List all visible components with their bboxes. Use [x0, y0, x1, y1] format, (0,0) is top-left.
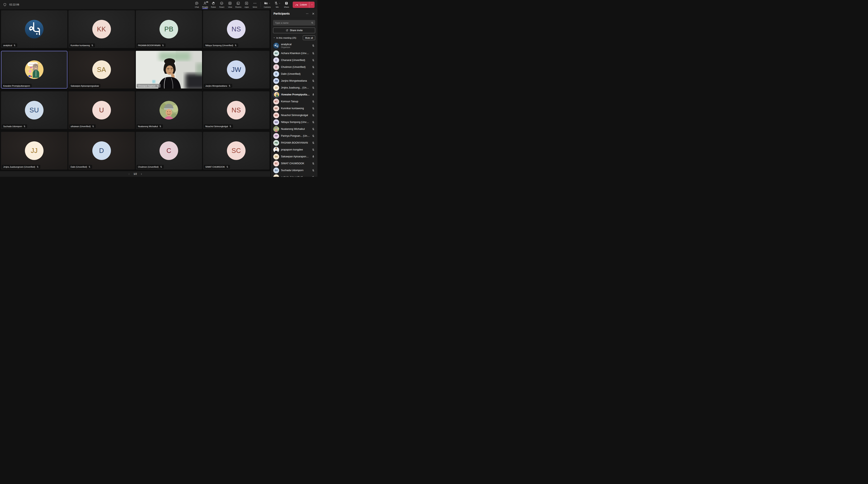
panel-close-icon[interactable] — [312, 12, 315, 15]
video-tile-analytical[interactable]: analytical — [1, 10, 67, 48]
mic-on-icon[interactable] — [312, 155, 315, 158]
video-tile-pasama[interactable]: PB PASAMA BOONYANAN — [136, 10, 202, 48]
video-tile-kewalee-active[interactable]: Kewalee Prompiputtanaporn — [1, 51, 67, 89]
participant-row-nisachol[interactable]: NS Nisachol Sirimongkolgal — [271, 112, 317, 119]
participant-row-kunnikar[interactable]: KK Kunnikar kuntawong — [271, 105, 317, 112]
participant-row-achara[interactable]: AK Achara Khamkon (Unverified) — [271, 50, 317, 57]
toolbar-chat-button[interactable]: Chat — [193, 0, 201, 9]
mic-off-icon[interactable] — [312, 44, 315, 47]
participant-search-box[interactable] — [273, 20, 315, 26]
mic-off-icon[interactable] — [312, 107, 315, 110]
video-tile-chutimon[interactable]: C Chutimon (Unverified) — [136, 132, 202, 170]
participant-row-suchada[interactable]: SU Suchada Udomporn — [271, 167, 317, 174]
avatar: JJ — [273, 85, 279, 91]
participant-list[interactable]: analytical Organizer AK Achara Khamkon (… — [271, 41, 317, 177]
mic-off-icon[interactable] — [312, 148, 315, 151]
mic-off-icon[interactable] — [312, 141, 315, 144]
video-tile-suchada[interactable]: SU Suchada Udomporn — [1, 91, 67, 129]
participant-row-jrnjira[interactable]: JJ Jrnjira Juadsung... (Unverified) — [271, 84, 317, 91]
caret-down-icon[interactable] — [273, 37, 275, 39]
mic-off-icon[interactable] — [312, 162, 315, 165]
camera-options-chevron-icon[interactable] — [269, 2, 271, 4]
mic-off-icon — [274, 1, 278, 5]
participant-row-kewalee[interactable]: Kewalee Prompiputtanaporn — [271, 91, 317, 98]
mute-all-button[interactable]: Mute all — [303, 35, 315, 40]
next-page-chevron-icon[interactable] — [140, 173, 143, 175]
video-tile-nittaya[interactable]: NS Nittaya Sompong (Unverified) — [203, 10, 270, 48]
toolbar-label: People — [202, 6, 208, 8]
leave-options-chevron-icon[interactable] — [309, 4, 315, 6]
mic-off-icon[interactable] — [312, 169, 315, 172]
participant-row-nittaya[interactable]: NS Nittaya Sompong (Unverified) — [271, 119, 317, 126]
participant-name: suthida (Unverified) — [281, 176, 310, 177]
mic-off-icon[interactable] — [312, 134, 315, 138]
participant-row-siwat[interactable]: SC SIWAT CHUMSOOK — [271, 160, 317, 167]
mic-off-icon[interactable] — [312, 114, 315, 117]
nualanong-photo-avatar — [273, 126, 279, 132]
mic-off-icon[interactable] — [312, 176, 315, 177]
toolbar-camera-button[interactable]: Camera — [262, 0, 272, 9]
avatar — [273, 43, 279, 49]
toolbar-share-button[interactable]: Share — [282, 0, 291, 9]
participant-row-chutimon[interactable]: C Chutimon (Unverified) — [271, 64, 317, 70]
mic-off-icon — [23, 125, 26, 128]
participant-row-analytical[interactable]: analytical Organizer — [271, 41, 317, 50]
participant-row-suthida-partial[interactable]: S suthida (Unverified) — [271, 174, 317, 177]
avatar — [25, 60, 43, 79]
leave-button[interactable]: Leave — [293, 2, 315, 8]
video-tile-vimonpon[interactable]: Vimonpon Sophon — [136, 51, 202, 89]
mic-off-icon[interactable] — [312, 128, 315, 131]
video-tile-siwat[interactable]: SC SIWAT CHUMSOOK — [203, 132, 270, 170]
mic-off-icon[interactable] — [312, 100, 315, 103]
in-meeting-section-header: In this meeting (25) Mute all — [273, 35, 315, 40]
mic-off-icon[interactable] — [312, 80, 315, 83]
mic-options-chevron-icon[interactable] — [279, 2, 281, 4]
participant-row-nualanong[interactable]: Nualanong Wichaikul — [271, 126, 317, 132]
mic-off-icon[interactable] — [312, 59, 315, 62]
panel-more-dots-icon[interactable] — [306, 12, 309, 15]
mic-off-icon[interactable] — [312, 86, 315, 89]
mic-off-icon[interactable] — [312, 66, 315, 69]
participant-row-dalin[interactable]: D Dalin (Unverified) — [271, 70, 317, 78]
avatar: SC — [273, 160, 279, 167]
toolbar-raise-button[interactable]: Raise — [209, 0, 218, 9]
participant-row-sakawpan[interactable]: SA Sakawpan Apisarapongsakaw — [271, 153, 317, 160]
toolbar-rooms-button[interactable]: Rooms — [234, 0, 243, 9]
search-input[interactable] — [275, 22, 310, 24]
toolbar-people-button[interactable]: 25 People — [201, 0, 209, 9]
video-tile-nualanong[interactable]: Nualanong Wichaikul — [136, 91, 202, 129]
toolbar-view-button[interactable]: View — [226, 0, 234, 9]
toolbar-react-button[interactable]: React — [218, 0, 226, 9]
name-pill: uthaiwan (Unverified) — [69, 124, 96, 128]
toolbar-more-button[interactable]: More — [251, 0, 259, 9]
avatar: SA — [92, 60, 111, 79]
participant-row-prapaporn[interactable]: prapaporn kongdee — [271, 146, 317, 153]
mic-off-icon[interactable] — [312, 72, 315, 75]
tile-name: Janjira Wongwiwattana — [205, 85, 227, 87]
participant-row-komsun[interactable]: KT Komsun Taisup — [271, 98, 317, 105]
avatar-initials: NS — [231, 106, 241, 114]
mic-on-icon[interactable] — [312, 93, 315, 96]
toolbar-apps-button[interactable]: Apps — [243, 0, 251, 9]
video-tile-sakawpan[interactable]: SA Sakawpan Apisarapongsakaw — [68, 51, 135, 89]
previous-page-chevron-icon[interactable] — [128, 173, 130, 175]
avatar — [25, 20, 43, 38]
video-tile-janjira[interactable]: JW Janjira Wongwiwattana — [203, 51, 270, 89]
video-tile-uthaiwan[interactable]: U uthaiwan (Unverified) — [68, 91, 135, 129]
video-tile-jrnjira[interactable]: JJ Jrnjira Juadsungnoen (Unverified) — [1, 132, 67, 170]
participant-row-pasama[interactable]: PB PASAMA BOONYANAN — [271, 139, 317, 146]
participant-name: PASAMA BOONYANAN — [281, 141, 310, 144]
name-pill: Janjira Wongwiwattana — [204, 84, 232, 88]
participant-row-parinya[interactable]: PP Parinya Pongsan... (Unverified) — [271, 132, 317, 139]
video-tile-dalin[interactable]: D Dalin (Unverified) — [68, 132, 135, 170]
mic-off-icon[interactable] — [312, 121, 315, 124]
share-invite-button[interactable]: Share invite — [273, 28, 315, 33]
video-tile-nisachol[interactable]: NS Nisachol Sirimongkolgal — [203, 91, 270, 129]
tile-name: Chutimon (Unverified) — [138, 165, 159, 168]
participant-row-chanarat[interactable]: C Chanarat (Unverified) — [271, 57, 317, 64]
mic-off-icon[interactable] — [312, 52, 315, 55]
participant-row-janjira[interactable]: JW Janjira Wongwiwattana — [271, 78, 317, 84]
toolbar-mic-button[interactable]: Mic — [272, 0, 282, 9]
name-pill: Nittaya Sompong (Unverified) — [204, 43, 238, 47]
video-tile-kunnikar[interactable]: KK Kunnikar kuntawong — [68, 10, 135, 48]
